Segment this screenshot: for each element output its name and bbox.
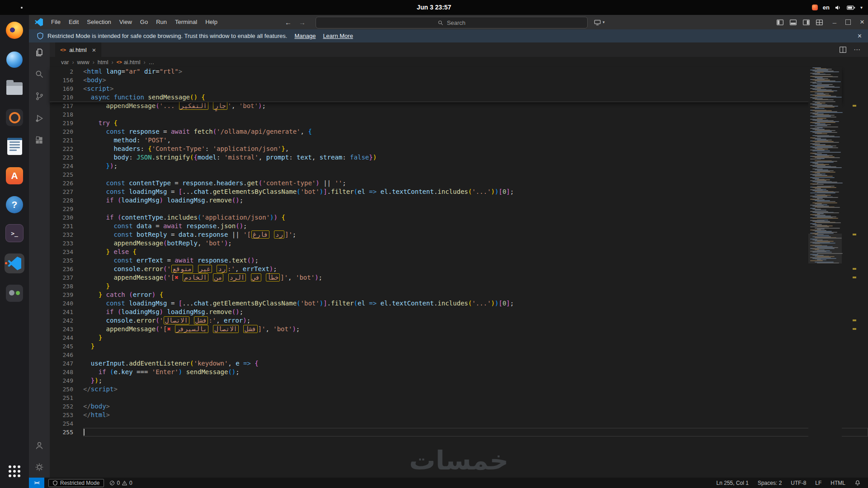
learn-more-link[interactable]: Learn More [323,33,353,39]
code-line-247[interactable]: 247 userInput.addEventListener('keydown'… [50,359,868,368]
code-line-237[interactable]: 237 appendMessage('[✖ خطأ في الرد من الخ… [50,273,868,282]
cursor-position[interactable]: Ln 255, Col 1 [717,480,749,486]
code-line-225[interactable]: 225 [50,170,868,179]
dock-help[interactable]: ? [5,195,24,215]
customize-layout-icon[interactable] [816,19,823,25]
close-tab-icon[interactable]: × [92,46,96,54]
code-line-217[interactable]: 217 appendMessage('... جارٍ التفكير', 'b… [50,102,868,110]
code-line-218[interactable]: 218 [50,110,868,119]
problems-status[interactable]: 0 0 [109,480,132,486]
close-banner-icon[interactable]: × [858,32,862,40]
code-line-234[interactable]: 234 } else { [50,248,868,256]
code-line-235[interactable]: 235 const errText = await response.text(… [50,256,868,265]
toggle-panel-icon[interactable] [790,19,797,25]
code-line-248[interactable]: 248 if (e.key === 'Enter') sendMessage()… [50,368,868,376]
code-line-219[interactable]: 219 try { [50,119,868,127]
dock-software[interactable]: A [5,166,24,186]
show-applications-button[interactable] [7,464,22,479]
system-clock[interactable]: Jun 3 23:57 [417,0,451,15]
code-line-251[interactable]: 251 [50,394,868,402]
code-line-228[interactable]: 228 if (loadingMsg) loadingMsg.remove(); [50,196,868,205]
code-line-223[interactable]: 223 body: JSON.stringify({model: 'mistra… [50,153,868,162]
system-tray[interactable]: en ▾ [812,0,863,15]
code-line-230[interactable]: 230 if (contentType.includes('applicatio… [50,213,868,222]
sticky-line-210[interactable]: 210 async function sendMessage() { [50,93,842,102]
code-line-250[interactable]: 250</script> [50,385,868,394]
chevron-down-icon[interactable]: ▾ [860,5,863,10]
activities-indicator[interactable] [21,7,23,9]
back-arrow-icon[interactable]: ← [285,19,292,26]
forward-arrow-icon[interactable]: → [299,19,306,26]
menu-run[interactable]: Run [152,15,171,29]
code-line-229[interactable]: 229 [50,205,868,213]
dock-browser[interactable] [5,50,24,70]
code-line-242[interactable]: 242 console.error('فشل الاتصال:', error)… [50,316,868,325]
code-line-245[interactable]: 245 } [50,342,868,351]
breadcrumb-item-www[interactable]: www [77,59,90,66]
code-line-243[interactable]: 243 appendMessage('[✖ فشل الاتصال بالسير… [50,325,868,333]
close-window-button[interactable]: × [860,18,864,27]
menu-view[interactable]: View [115,15,136,29]
code-line-226[interactable]: 226 const contentType = response.headers… [50,179,868,188]
dock-terminal[interactable]: >_ [5,223,24,243]
search-view-icon[interactable] [29,65,50,83]
code-line-224[interactable]: 224 }); [50,162,868,170]
keyboard-layout-indicator[interactable]: en [823,4,830,11]
dock-files[interactable] [5,79,24,99]
maximize-button[interactable] [845,19,851,25]
indicator-icon[interactable] [812,5,818,10]
toggle-secondary-sidebar-icon[interactable] [803,19,810,25]
breadcrumb-item-var[interactable]: var [61,59,69,66]
code-line-222[interactable]: 222 headers: {'Content-Type': 'applicati… [50,145,868,153]
volume-icon[interactable] [835,4,842,11]
sticky-line-156[interactable]: 156<body> [50,76,842,84]
code-line-249[interactable]: 249 }); [50,376,868,385]
code-line-254[interactable]: 254 [50,419,868,428]
indentation-setting[interactable]: Spaces: 2 [758,480,782,486]
code-editor[interactable]: خمسات 217 appendMessage('... جارٍ التفكي… [50,67,868,478]
dock-writer[interactable] [5,136,24,156]
menu-help[interactable]: Help [201,15,222,29]
eol-setting[interactable]: LF [815,480,821,486]
sticky-line-169[interactable]: 169<script> [50,84,842,93]
extensions-icon[interactable] [29,131,50,150]
menu-selection[interactable]: Selection [83,15,115,29]
code-line-239[interactable]: 239 } catch (error) { [50,291,868,299]
minimize-button[interactable]: – [833,19,836,26]
code-line-252[interactable]: 252</body> [50,402,868,411]
sticky-line-2[interactable]: 2<html lang="ar" dir="rtl"> [50,67,842,76]
code-line-241[interactable]: 241 if (loadingMsg) loadingMsg.remove(); [50,308,868,316]
breadcrumb-item-html[interactable]: html [98,59,108,66]
tab-ai-html[interactable]: <> ai.html × [55,42,101,57]
split-editor-icon[interactable] [840,47,846,53]
code-line-233[interactable]: 233 appendMessage(botReply, 'bot'); [50,239,868,248]
remote-indicator-button[interactable]: >< [29,478,44,488]
breadcrumb-item-[interactable]: … [149,59,155,66]
code-line-236[interactable]: 236 console.error('رد غير متوقع:', errTe… [50,265,868,273]
menu-file[interactable]: File [47,15,65,29]
command-center-search[interactable]: Search [316,17,588,28]
more-actions-icon[interactable]: ⋯ [854,46,861,54]
profile-switcher[interactable]: ▾ [594,15,605,29]
code-line-255[interactable]: 255 [50,428,868,436]
code-line-220[interactable]: 220 const response = await fetch('/ollam… [50,127,868,136]
dock-utility[interactable] [5,283,24,303]
scrollbar-gutter[interactable] [842,67,868,478]
menu-edit[interactable]: Edit [65,15,83,29]
code-line-231[interactable]: 231 const data = await response.json(); [50,222,868,230]
account-icon[interactable] [29,436,50,455]
code-line-232[interactable]: 232 const botReply = data.response || '[… [50,230,868,239]
manage-link[interactable]: Manage [294,33,316,39]
source-control-icon[interactable] [29,87,50,105]
vscode-logo-icon[interactable] [35,18,43,26]
notifications-bell-icon[interactable] [854,480,861,486]
settings-gear-icon[interactable] [29,458,50,476]
code-line-240[interactable]: 240 const loadingMsg = [...chat.getEleme… [50,299,868,308]
code-line-244[interactable]: 244 } [50,333,868,342]
dock-vscode[interactable] [5,253,24,273]
dock-firefox[interactable] [5,20,24,40]
menu-terminal[interactable]: Terminal [171,15,201,29]
dock-media-player[interactable] [5,108,24,127]
code-line-246[interactable]: 246 [50,351,868,359]
minimap[interactable] [808,67,842,478]
